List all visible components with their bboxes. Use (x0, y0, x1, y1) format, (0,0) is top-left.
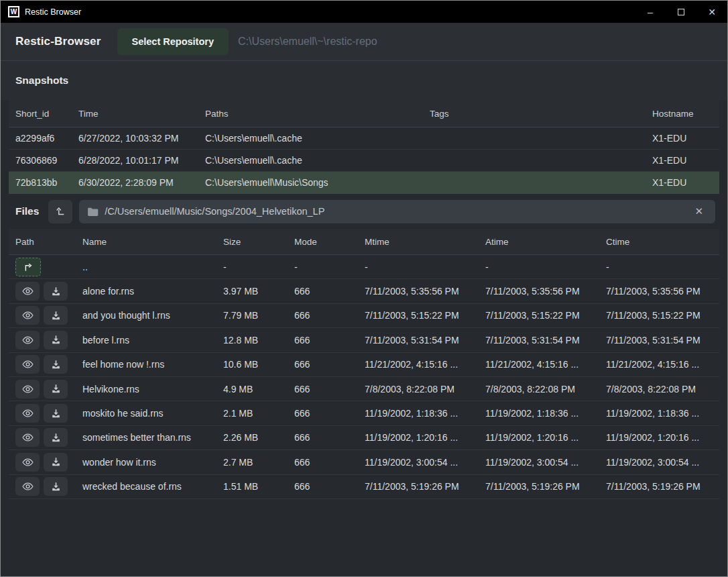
download-file-button[interactable] (44, 282, 68, 301)
eye-icon (22, 335, 34, 345)
file-row-actions (9, 306, 76, 325)
file-cell-size: 12.8 MB (217, 335, 288, 346)
preview-file-button[interactable] (15, 282, 40, 301)
download-file-button[interactable] (44, 380, 68, 399)
level-up-button[interactable] (48, 200, 72, 223)
snapshot-row[interactable]: 72b813bb6/30/2022, 2:28:09 PMC:\Users\em… (9, 172, 719, 194)
file-row: and you thought l.rns7.79 MB6667/11/2003… (9, 304, 719, 328)
file-cell-mtime: 11/19/2002, 1:18:36 ... (358, 408, 479, 419)
parent-directory-row[interactable]: .. - - - - - (9, 255, 719, 279)
file-cell-size: 3.97 MB (217, 286, 288, 297)
snapshots-col-hostname: Hostname (646, 109, 719, 119)
snapshot-cell-time: 6/30/2022, 2:28:09 PM (72, 177, 198, 188)
file-cell-size: 1.51 MB (217, 481, 288, 492)
current-path: /C/Users/emuell/Music/Songs/2004_Helveti… (105, 206, 684, 217)
snapshot-row[interactable]: 763068696/28/2022, 10:01:17 PMC:\Users\e… (9, 150, 719, 172)
current-path-bar[interactable]: /C/Users/emuell/Music/Songs/2004_Helveti… (79, 200, 715, 223)
preview-file-button[interactable] (15, 306, 40, 325)
download-file-button[interactable] (44, 404, 68, 423)
download-icon (51, 335, 61, 345)
file-row: moskito he said.rns2.1 MB66611/19/2002, … (9, 401, 719, 425)
snapshots-col-time: Time (72, 109, 198, 119)
eye-icon (22, 482, 34, 491)
repository-path: C:\Users\emuell\~\restic-repo (238, 36, 377, 48)
parent-row-mode: - (288, 262, 358, 272)
empty-area (1, 499, 727, 576)
eye-icon (22, 384, 34, 394)
file-cell-ctime: 7/8/2003, 8:22:08 PM (599, 384, 719, 395)
file-cell-name: and you thought l.rns (76, 310, 217, 321)
snapshots-col-short-id: Short_id (9, 109, 72, 119)
preview-file-button[interactable] (15, 428, 40, 447)
download-file-button[interactable] (44, 453, 68, 472)
file-cell-name: wrecked because of.rns (76, 481, 217, 492)
file-cell-mtime: 7/8/2003, 8:22:08 PM (358, 384, 479, 395)
file-row: Helvikone.rns4.9 MB6667/8/2003, 8:22:08 … (9, 377, 719, 401)
download-file-button[interactable] (44, 428, 68, 447)
file-row-actions (9, 380, 76, 399)
preview-file-button[interactable] (15, 380, 40, 399)
select-repository-button[interactable]: Select Repository (117, 28, 229, 55)
file-cell-mode: 666 (288, 457, 358, 468)
file-cell-atime: 11/19/2002, 1:20:16 ... (479, 432, 599, 443)
eye-icon (22, 458, 34, 467)
snapshots-section-header: Snapshots (1, 61, 727, 100)
go-to-parent-button[interactable] (15, 258, 41, 276)
preview-file-button[interactable] (15, 477, 40, 496)
files-col-mode: Mode (288, 237, 358, 247)
snapshot-cell-paths: C:\Users\emuell\.cache (198, 133, 423, 144)
preview-file-button[interactable] (15, 355, 40, 374)
preview-file-button[interactable] (15, 404, 40, 423)
titlebar: W Restic Browser – ✕ (1, 1, 727, 23)
files-toolbar: Files /C/Users/emuell/Music/Songs/2004_H… (1, 194, 727, 229)
snapshot-row[interactable]: a2299af66/27/2022, 10:03:32 PMC:\Users\e… (9, 127, 719, 150)
file-row: feel home now !.rns10.6 MB66611/21/2002,… (9, 353, 719, 377)
file-cell-mtime: 7/11/2003, 5:19:26 PM (358, 481, 479, 492)
parent-dir-arrow-icon (22, 262, 34, 272)
file-cell-mode: 666 (288, 359, 358, 370)
file-cell-atime: 7/11/2003, 5:35:56 PM (479, 286, 599, 297)
file-cell-ctime: 7/11/2003, 5:19:26 PM (599, 481, 719, 492)
download-file-button[interactable] (44, 306, 68, 325)
file-cell-atime: 11/19/2002, 3:00:54 ... (479, 457, 599, 468)
parent-row-size: - (217, 262, 288, 272)
app-header: Restic-Browser Select Repository C:\User… (1, 23, 727, 61)
file-cell-size: 4.9 MB (217, 384, 288, 395)
snapshots-col-tags: Tags (423, 109, 646, 119)
parent-row-name: .. (76, 262, 217, 272)
eye-icon (22, 433, 34, 442)
download-file-button[interactable] (44, 331, 68, 350)
snapshot-cell-time: 6/27/2022, 10:03:32 PM (72, 133, 198, 144)
minimize-button[interactable]: – (635, 1, 666, 23)
file-cell-mode: 666 (288, 481, 358, 492)
close-button[interactable]: ✕ (696, 1, 727, 23)
files-table-header: Path Name Size Mode Mtime Atime Ctime (9, 229, 719, 255)
parent-row-atime: - (479, 262, 599, 272)
file-row-actions (9, 428, 76, 447)
level-up-arrow-icon (54, 205, 66, 217)
files-table: Path Name Size Mode Mtime Atime Ctime (1, 229, 727, 499)
snapshot-cell-paths: C:\Users\emuell\.cache (198, 155, 423, 166)
snapshots-title: Snapshots (15, 74, 68, 87)
file-cell-size: 2.26 MB (217, 432, 288, 443)
app-window: W Restic Browser – ✕ Restic-Browser Sele… (0, 0, 728, 577)
eye-icon (22, 311, 34, 320)
file-cell-name: alone for.rns (76, 286, 217, 297)
file-cell-name: wonder how it.rns (76, 457, 217, 468)
file-cell-size: 7.79 MB (217, 310, 288, 321)
preview-file-button[interactable] (15, 453, 40, 472)
file-row: wrecked because of.rns1.51 MB6667/11/200… (9, 475, 719, 499)
download-icon (51, 311, 61, 321)
file-cell-ctime: 11/19/2002, 1:20:16 ... (599, 432, 719, 443)
file-cell-mode: 666 (288, 286, 358, 297)
file-cell-atime: 7/11/2003, 5:31:54 PM (479, 335, 599, 346)
preview-file-button[interactable] (15, 331, 40, 350)
file-cell-atime: 7/8/2003, 8:22:08 PM (479, 384, 599, 395)
download-file-button[interactable] (44, 477, 68, 496)
maximize-button[interactable] (666, 1, 696, 23)
download-icon (51, 409, 61, 419)
file-cell-ctime: 11/19/2002, 3:00:54 ... (599, 457, 719, 468)
close-path-button[interactable]: ✕ (690, 204, 707, 219)
eye-icon (22, 360, 34, 369)
download-file-button[interactable] (44, 355, 68, 374)
